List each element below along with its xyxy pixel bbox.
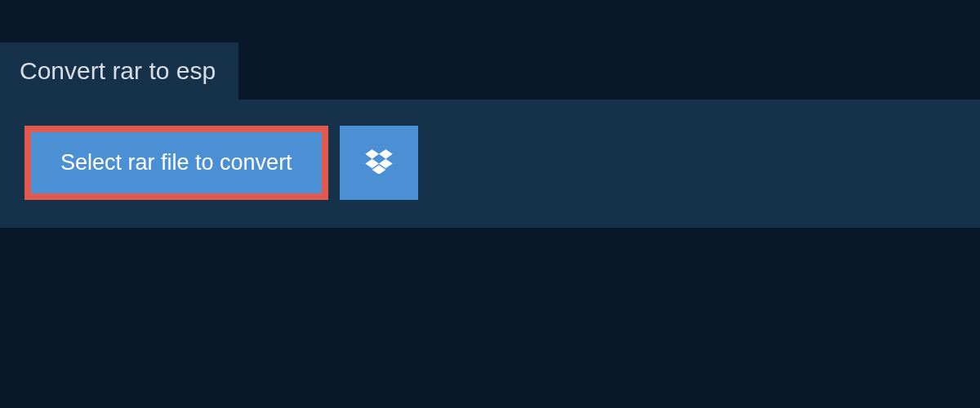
select-file-label: Select rar file to convert — [60, 150, 292, 175]
select-file-button[interactable]: Select rar file to convert — [24, 126, 328, 200]
button-row: Select rar file to convert — [24, 126, 956, 200]
upload-panel: Select rar file to convert — [0, 100, 980, 228]
tab-header: Convert rar to esp — [0, 42, 238, 100]
page-title: Convert rar to esp — [20, 57, 216, 84]
dropbox-icon — [365, 149, 393, 176]
dropbox-button[interactable] — [340, 126, 418, 200]
